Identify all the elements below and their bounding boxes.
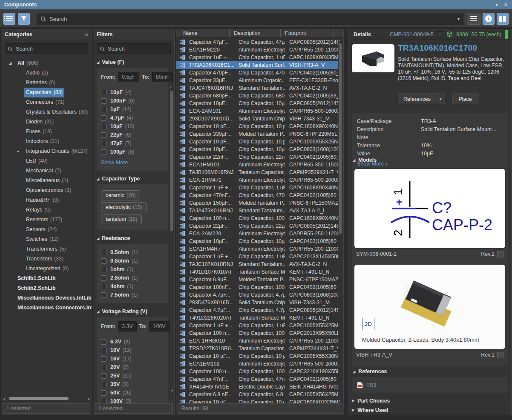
value-option-10pF[interactable]: 10pF(4) <box>101 88 165 97</box>
table-row[interactable]: ECA1EM102Aluminum Electrolyt...CAPPR65-5… <box>176 360 338 368</box>
voltage-option-16V[interactable]: 16V(17) <box>101 354 165 363</box>
table-row[interactable]: Capacitor 10 pF...Chip Capacitor, 10 p..… <box>176 138 338 146</box>
table-v-scrollbar[interactable]: ▴ ▾ <box>338 38 343 403</box>
categories-search-input[interactable]: Search <box>5 43 88 54</box>
table-row[interactable]: Capacitor 330µF...Molded Tantalum P...PN… <box>176 130 338 138</box>
value-option-4.7-F[interactable]: 4.7µF(4) <box>101 114 165 122</box>
checkbox[interactable] <box>101 124 106 129</box>
checkbox[interactable] <box>101 149 106 155</box>
sidebar-item-inductors[interactable]: Inductors(21) <box>1 137 92 146</box>
resistance-option-7.5ohm[interactable]: 7.5ohm(1) <box>101 291 165 299</box>
table-row[interactable]: Capacitor 6.8 nF...Chip Capacitor, 6.8..… <box>176 391 338 398</box>
table-row[interactable]: 293D476X9016D...Solid Tantalum Chip...VI… <box>176 299 338 306</box>
sidebar-item-led[interactable]: LED(40) <box>1 156 92 166</box>
table-row[interactable]: Capacitor 1uF +...Chip Capacitor, 1 uF..… <box>176 54 338 61</box>
categories-h-scrollbar[interactable]: ◂ ▸ <box>3 396 90 401</box>
table-row[interactable]: Capacitor 1 uF +...Chip Capacitor, 1 uF.… <box>176 253 338 260</box>
table-row[interactable]: TAJA475K016RNJStandard Tantalum,...AVX-T… <box>176 207 338 214</box>
column-header-footprint[interactable]: Footprint <box>281 29 334 37</box>
sidebar-item-batteries[interactable]: Batteries(0) <box>1 78 92 88</box>
filter-section-resistance[interactable]: ◢ Resistance <box>97 235 171 241</box>
resistance-option-0.5ohm[interactable]: 0.5ohm(1) <box>101 248 165 257</box>
sidebar-item-miscellaneous-devices-intlib[interactable]: Miscellaneous Devices.IntLib <box>1 293 92 303</box>
sidebar-item-miscellaneous-connectors-intli[interactable]: Miscellaneous Connectors.IntLi <box>1 303 92 313</box>
resistance-option-1ohm[interactable]: 1ohm(1) <box>101 265 165 274</box>
sidebar-item-fuses[interactable]: Fuses(13) <box>1 127 92 137</box>
menu-button[interactable] <box>467 13 480 25</box>
where-used-section-header[interactable]: ▶ Where Used <box>352 406 508 415</box>
sidebar-item-resistors[interactable]: Resistors(177) <box>1 215 92 225</box>
table-row[interactable]: Capacitor 1 uF +...Chip Capacitor, 1 uF.… <box>176 322 338 329</box>
models-section-header[interactable]: ◢ Models <box>353 157 377 163</box>
show-more-link[interactable]: Show More <box>101 160 128 166</box>
scrollbar-thumb[interactable] <box>9 397 69 400</box>
filters-search-input[interactable]: Search <box>97 43 171 54</box>
sidebar-item-schlib1-schlib[interactable]: Schlib1.SchLib <box>1 274 92 283</box>
panels-toggle-button[interactable] <box>497 13 509 25</box>
scroll-up-icon[interactable]: ▴ <box>339 38 340 42</box>
checkbox[interactable] <box>101 339 106 345</box>
voltage-option-6.3V[interactable]: 6.3V(8) <box>101 337 165 346</box>
table-row[interactable]: ECA-2AM101Aluminum Electrolyt...CAPPR65-… <box>176 107 338 115</box>
checkbox[interactable] <box>101 356 106 362</box>
voltage-option-25V[interactable]: 25V(11) <box>101 371 165 380</box>
table-row[interactable]: TR3A106K016C1...Solid Tantalum Surf...VI… <box>176 61 338 69</box>
filter-section-value[interactable]: ◢ Value (F) <box>97 59 171 65</box>
reference-link[interactable]: TR3 <box>366 382 377 388</box>
voltage-option-20V[interactable]: 20V(2) <box>101 363 165 371</box>
scroll-down-icon[interactable]: ▾ <box>171 389 173 393</box>
pin-panel-icon[interactable]: ▾ <box>495 2 498 8</box>
table-row[interactable]: Capacitor 10µF...Chip Capacitor, 10µ...C… <box>176 237 338 245</box>
checkbox[interactable] <box>101 292 106 298</box>
sidebar-item-sensors[interactable]: Sensors(24) <box>1 225 92 234</box>
close-icon[interactable]: ✕ <box>504 2 508 8</box>
table-row[interactable]: ECA1HM220Aluminum Electrolyt...CAPPR55-2… <box>176 46 338 54</box>
table-row[interactable]: Capacitor 100 n...Chip Capacitor, 100...… <box>176 214 338 222</box>
table-row[interactable]: ECA1HM4R7Aluminum Electrolyt...CAPPR55-2… <box>176 245 338 253</box>
references-section-header[interactable]: ◢ References <box>353 369 387 374</box>
sidebar-item-transformers[interactable]: Transformers(5) <box>1 244 92 254</box>
sidebar-item-optoelectronics[interactable]: Optoelectronics(1) <box>1 186 92 195</box>
references-button[interactable]: References ▾ <box>398 94 445 104</box>
captype-tag-electrolytic[interactable]: electrolytic(15) <box>101 202 147 212</box>
value-option-10-F[interactable]: 10µF(10) <box>101 122 165 131</box>
resistance-option-4ohm[interactable]: 4ohm(1) <box>101 282 165 291</box>
sidebar-item-switches[interactable]: Switches(12) <box>1 234 92 244</box>
table-row[interactable]: TPSD227K010R0...Tantalum Capacitor,...CA… <box>176 345 338 352</box>
table-row[interactable]: ECA-1HHG010Aluminum Electrolyt...CAPPR55… <box>176 337 338 345</box>
voltage-option-10V[interactable]: 10V(12) <box>101 346 165 354</box>
table-row[interactable]: ECA1HM101Aluminum Electrolyt...CAPPR65-3… <box>176 161 338 169</box>
table-row[interactable]: Capacitor 22µF...Chip Capacitor, 22µ...C… <box>176 222 338 230</box>
part-photo[interactable] <box>352 44 394 72</box>
table-row[interactable]: T491D107K010ATTantalum Surface M...KEMT-… <box>176 268 338 276</box>
resistance-option-2.8ohm[interactable]: 2.8ohm(1) <box>101 274 165 282</box>
scroll-down-icon[interactable]: ▾ <box>339 399 340 403</box>
checkbox[interactable] <box>101 390 106 396</box>
value-option-1-F[interactable]: 1µF(14) <box>101 105 165 114</box>
table-row[interactable]: TAJC476K016RNJStandard Tantalum,...AVX-T… <box>176 84 338 92</box>
sidebar-item-connectors[interactable]: Connectors(71) <box>1 97 92 107</box>
checkbox[interactable] <box>101 132 106 138</box>
checkbox[interactable] <box>101 373 106 379</box>
table-row[interactable]: TAJB106M016RNJTantalum Capacitor,...CAPM… <box>176 169 338 176</box>
sidebar-item-schlib2-schlib[interactable]: Schlib2.SchLib <box>1 283 92 293</box>
grid-view-button[interactable] <box>3 13 15 25</box>
references-button-label[interactable]: References <box>398 94 436 104</box>
value-option-22-F[interactable]: 22µF(6) <box>101 131 165 139</box>
symbol-rev-checkbox[interactable] <box>497 251 503 257</box>
table-row[interactable]: Capacitor 4.7µF...Chip Capacitor, 4.7µ..… <box>176 291 338 299</box>
table-row[interactable]: T491D226K020ATTantalum Surface M...KEMT-… <box>176 314 338 322</box>
voltage-option-50V[interactable]: 50V(26) <box>101 389 165 397</box>
checkbox[interactable] <box>101 365 106 370</box>
value-option-100-F[interactable]: 100µF(8) <box>101 148 165 156</box>
table-row[interactable]: ECA-1HM471Aluminum Electrolyt...CAPPR65-… <box>176 176 338 184</box>
voltage-to-input[interactable]: 100V <box>149 321 169 331</box>
scrollbar-thumb[interactable] <box>170 91 173 231</box>
table-row[interactable]: Capacitor 1 uF +...Chip Capacitor, 1 uF.… <box>176 184 338 191</box>
value-from-input[interactable]: 0.5pF <box>118 72 139 82</box>
table-row[interactable]: Capacitor 10µF...Chip Capacitor, 10µ...C… <box>176 146 338 153</box>
sidebar-item-radio-rf[interactable]: Radio&RF(3) <box>1 195 92 205</box>
table-row[interactable]: TAJC107K010RNJStandard Tantalum,...AVX-T… <box>176 260 338 268</box>
checkbox[interactable] <box>101 115 106 121</box>
place-button[interactable]: Place <box>452 94 478 104</box>
